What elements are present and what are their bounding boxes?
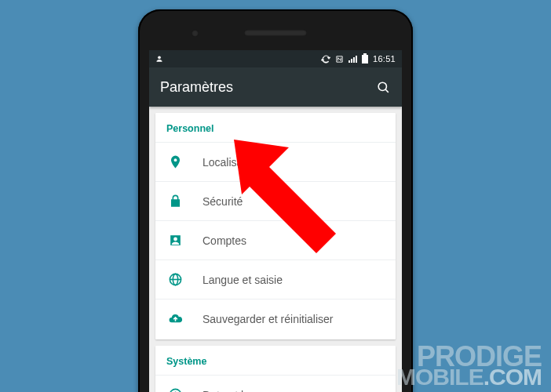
status-bar: 16:51 <box>149 50 402 67</box>
section-systeme: Système Date et heure Accessibilité <box>155 346 396 392</box>
row-label: Sécurité <box>203 195 243 208</box>
screen: 16:51 Paramètres Personnel Localisation <box>149 50 402 392</box>
sync-icon <box>321 54 330 64</box>
lock-icon <box>166 193 184 210</box>
watermark-line2: MOBILE.COM <box>396 368 542 387</box>
app-bar-title: Paramètres <box>160 79 376 96</box>
nfc-icon <box>335 55 344 64</box>
row-label: Localisation <box>203 156 261 169</box>
watermark-line1: PRODIGE <box>396 345 542 368</box>
app-bar: Paramètres <box>149 67 402 107</box>
section-personnel: Personnel Localisation Sécurité <box>155 113 396 339</box>
user-icon <box>155 55 163 63</box>
location-icon <box>166 154 184 171</box>
svg-point-0 <box>158 56 160 59</box>
settings-row-sauvegarder[interactable]: Sauvegarder et réinitialiser <box>155 299 396 338</box>
settings-row-securite[interactable]: Sécurité <box>155 181 396 220</box>
settings-content: Personnel Localisation Sécurité <box>149 107 402 392</box>
camera-dot <box>192 30 199 37</box>
battery-icon <box>362 55 368 64</box>
settings-row-langue[interactable]: Langue et saisie <box>155 260 396 299</box>
svg-point-7 <box>170 389 181 392</box>
settings-row-localisation[interactable]: Localisation <box>155 142 396 181</box>
row-label: Langue et saisie <box>203 274 283 286</box>
language-icon <box>166 271 184 289</box>
settings-row-date-heure[interactable]: Date et heure <box>155 375 396 392</box>
earpiece <box>244 30 307 36</box>
account-icon <box>166 232 184 249</box>
status-time: 16:51 <box>373 54 396 64</box>
section-header-systeme: Système <box>155 346 396 375</box>
settings-row-comptes[interactable]: Comptes <box>155 220 396 260</box>
signal-icon <box>348 55 357 63</box>
svg-line-2 <box>385 89 389 93</box>
svg-point-3 <box>173 238 177 241</box>
clock-icon <box>166 387 184 393</box>
phone-frame: 16:51 Paramètres Personnel Localisation <box>138 9 413 392</box>
row-label: Sauvegarder et réinitialiser <box>203 313 334 325</box>
section-header-personnel: Personnel <box>155 113 396 142</box>
watermark: PRODIGE MOBILE.COM <box>396 345 542 387</box>
row-label: Date et heure <box>203 389 269 393</box>
row-label: Comptes <box>203 234 246 247</box>
search-icon[interactable] <box>376 80 391 95</box>
backup-icon <box>166 310 184 328</box>
svg-point-1 <box>378 82 386 90</box>
